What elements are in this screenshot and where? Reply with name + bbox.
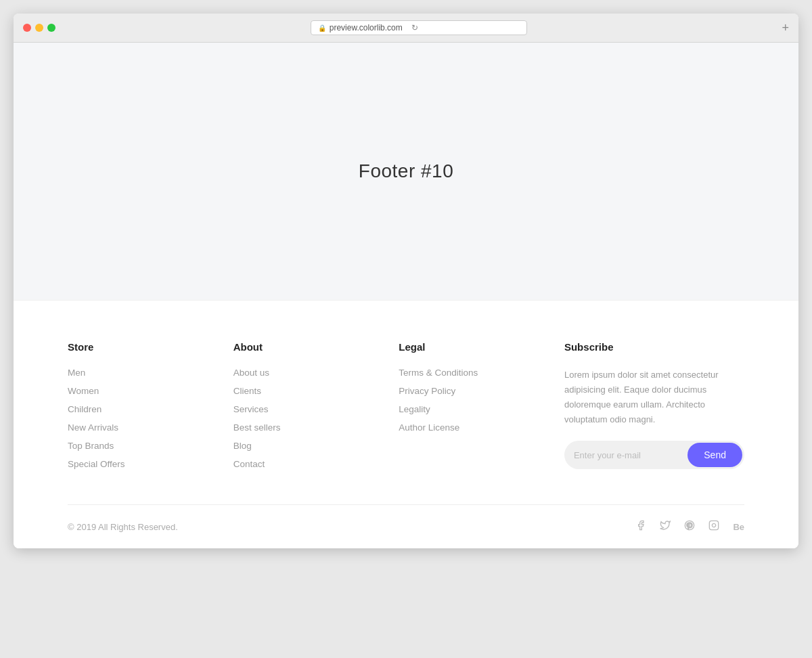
traffic-lights: [23, 24, 55, 32]
minimize-button[interactable]: [35, 24, 43, 32]
footer-col-about: About About us Clients Services Best sel…: [233, 341, 372, 477]
new-tab-button[interactable]: +: [782, 21, 789, 35]
legal-link-terms[interactable]: Terms & Conditions: [399, 368, 537, 378]
footer-main: Store Men Women Children New Arrivals To…: [14, 301, 798, 504]
svg-rect-0: [710, 521, 719, 529]
copyright-text: © 2019 All Rights Reserved.: [68, 522, 178, 532]
footer: Store Men Women Children New Arrivals To…: [14, 300, 798, 548]
about-link-clients[interactable]: Clients: [233, 386, 372, 396]
legal-link-privacy[interactable]: Privacy Policy: [399, 386, 537, 396]
social-icons: Be: [635, 520, 744, 533]
about-link-services[interactable]: Services: [233, 404, 372, 414]
maximize-button[interactable]: [47, 24, 55, 32]
page-title: Footer #10: [359, 160, 453, 182]
store-link-men[interactable]: Men: [68, 368, 206, 378]
send-button[interactable]: Send: [687, 443, 742, 467]
subscribe-heading: Subscribe: [564, 341, 744, 353]
legal-link-author-license[interactable]: Author License: [399, 422, 537, 433]
store-link-women[interactable]: Women: [68, 386, 206, 396]
about-link-best-sellers[interactable]: Best sellers: [233, 422, 372, 433]
subscribe-form: Send: [564, 441, 744, 469]
twitter-icon[interactable]: [660, 520, 671, 533]
lock-icon: 🔒: [318, 24, 326, 32]
footer-bottom: © 2019 All Rights Reserved. Be: [14, 505, 798, 548]
footer-col-legal: Legal Terms & Conditions Privacy Policy …: [399, 341, 537, 477]
url-bar[interactable]: 🔒 preview.colorlib.com ↻: [311, 20, 527, 35]
instagram-icon[interactable]: [708, 520, 719, 533]
close-button[interactable]: [23, 24, 31, 32]
store-heading: Store: [68, 341, 206, 353]
subscribe-description: Lorem ipsum dolor sit amet consectetur a…: [564, 368, 744, 427]
url-text: preview.colorlib.com: [330, 23, 403, 32]
facebook-icon[interactable]: [635, 520, 646, 533]
legal-link-legality[interactable]: Legality: [399, 404, 537, 414]
footer-col-subscribe: Subscribe Lorem ipsum dolor sit amet con…: [564, 341, 744, 477]
about-link-about-us[interactable]: About us: [233, 368, 372, 378]
about-link-contact[interactable]: Contact: [233, 459, 372, 469]
pinterest-icon[interactable]: [684, 520, 695, 533]
footer-col-store: Store Men Women Children New Arrivals To…: [68, 341, 206, 477]
address-bar: 🔒 preview.colorlib.com ↻: [62, 20, 775, 35]
legal-heading: Legal: [399, 341, 537, 353]
about-heading: About: [233, 341, 372, 353]
browser-window: 🔒 preview.colorlib.com ↻ + Footer #10 St…: [14, 14, 798, 548]
page-body: Footer #10: [14, 43, 798, 300]
about-link-blog[interactable]: Blog: [233, 441, 372, 451]
refresh-icon[interactable]: ↻: [411, 23, 418, 32]
store-link-special-offers[interactable]: Special Offers: [68, 459, 206, 469]
behance-icon[interactable]: Be: [733, 522, 744, 532]
browser-titlebar: 🔒 preview.colorlib.com ↻ +: [14, 14, 798, 43]
store-link-children[interactable]: Children: [68, 404, 206, 414]
store-link-new-arrivals[interactable]: New Arrivals: [68, 422, 206, 433]
store-link-top-brands[interactable]: Top Brands: [68, 441, 206, 451]
email-input[interactable]: [574, 446, 687, 464]
